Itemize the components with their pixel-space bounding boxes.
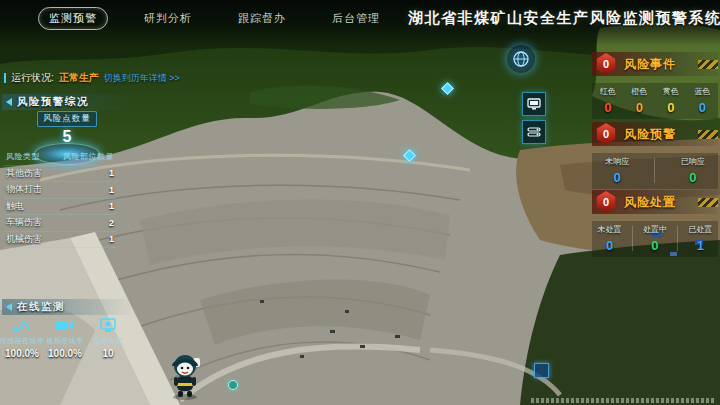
section-arrow-icon xyxy=(6,98,12,106)
legend-red: 红色 0 xyxy=(595,86,621,115)
panel-title: 风险事件 xyxy=(624,56,676,73)
legend-label: 蓝色 xyxy=(694,86,710,97)
status-detail-link[interactable]: 切换到历年详情 >> xyxy=(104,72,180,85)
panel-titlebar[interactable]: 0 风险处置 xyxy=(592,190,718,214)
legend-value: 0 xyxy=(636,100,643,115)
globe-compass-button[interactable] xyxy=(507,45,535,73)
legend-blue: 蓝色 0 xyxy=(689,86,715,115)
nav-tabs: 监测预警 研判分析 跟踪督办 后台管理 xyxy=(38,7,390,30)
stat-value: 100.0% xyxy=(5,348,39,359)
legend-label: 处置中 xyxy=(643,224,667,235)
stat-video-online[interactable]: 视频在线率 100.0% xyxy=(45,316,85,359)
panel-legend: 未处置 0 处置中 0 已处置 1 xyxy=(592,221,718,257)
beacon-label: 风险点数量 xyxy=(37,111,97,127)
hazard-stripe-decoration xyxy=(698,198,718,207)
panel-risk-events: 0 风险事件 红色 0 橙色 0 黄色 0 蓝色 0 xyxy=(592,52,718,119)
legend-divider xyxy=(677,226,678,251)
table-row[interactable]: 车辆伤害 2 xyxy=(4,215,116,232)
risk-type: 机械伤害 xyxy=(6,233,42,246)
legend-value: 0 xyxy=(614,170,621,185)
panel-title: 风险处置 xyxy=(624,194,676,211)
stat-label: 视频在线率 xyxy=(46,336,84,346)
safety-mascot[interactable] xyxy=(166,350,204,400)
legend-value: 0 xyxy=(604,100,611,115)
hexagon-badge: 0 xyxy=(596,123,616,145)
legend-disposing: 处置中 0 xyxy=(642,224,668,253)
mine-monitoring-dashboard: 监测预警 研判分析 跟踪督办 后台管理 湖北省非煤矿山安全生产风险监测预警系统 … xyxy=(0,0,720,405)
tab-tracking[interactable]: 跟踪督办 xyxy=(228,8,296,29)
sensor-icon xyxy=(11,316,33,334)
legend-value: 0 xyxy=(667,100,674,115)
legend-label: 未处置 xyxy=(598,224,622,235)
panel-legend: 红色 0 橙色 0 黄色 0 蓝色 0 xyxy=(592,83,718,119)
section-title: 在线监测 xyxy=(17,300,65,314)
panel-risk-disposal: 0 风险处置 未处置 0 处置中 0 已处置 1 xyxy=(592,190,718,257)
table-header-row: 风险类型 风险部位数量 xyxy=(4,149,116,166)
legend-disposed: 已处置 1 xyxy=(687,224,713,253)
table-row[interactable]: 触电 1 xyxy=(4,199,116,216)
map-mini-button[interactable] xyxy=(534,363,549,378)
video-wall-tool-button[interactable] xyxy=(522,92,546,116)
stat-monitor-points[interactable]: 监测点数 10 xyxy=(88,316,128,359)
legend-value: 0 xyxy=(651,238,658,253)
device-icon xyxy=(97,316,119,334)
risk-type-table: 风险类型 风险部位数量 其他伤害 1 物体打击 1 触电 1 车辆伤害 2 机械… xyxy=(4,149,116,248)
hazard-stripe-decoration xyxy=(698,60,718,69)
map-attribution-strip xyxy=(531,398,716,403)
section-online-monitoring: 在线监测 xyxy=(2,299,134,315)
legend-label: 黄色 xyxy=(663,86,679,97)
camera-icon xyxy=(54,316,76,334)
panel-titlebar[interactable]: 0 风险事件 xyxy=(592,52,718,76)
run-status-line: 运行状况: 正常生产 切换到历年详情 >> xyxy=(4,71,180,85)
table-row[interactable]: 其他伤害 1 xyxy=(4,166,116,183)
table-row[interactable]: 物体打击 1 xyxy=(4,182,116,199)
beacon-value: 5 xyxy=(28,128,106,146)
layers-tool-button[interactable] xyxy=(522,120,546,144)
legend-unresponded: 未响应 0 xyxy=(604,156,630,185)
legend-divider xyxy=(654,158,655,183)
hexagon-badge: 0 xyxy=(596,191,616,213)
tab-analysis[interactable]: 研判分析 xyxy=(134,8,202,29)
legend-label: 已响应 xyxy=(681,156,705,167)
risk-count: 2 xyxy=(109,218,114,228)
table-row[interactable]: 机械伤害 1 xyxy=(4,232,116,249)
stat-sensor-online[interactable]: 传感器在线率 100.0% xyxy=(2,316,42,359)
legend-label: 已处置 xyxy=(688,224,712,235)
risk-type: 车辆伤害 xyxy=(6,216,42,229)
tab-monitor-warning[interactable]: 监测预警 xyxy=(38,7,108,30)
map-sensor-dot[interactable] xyxy=(228,380,238,390)
stat-label: 监测点数 xyxy=(93,336,123,346)
video-wall-icon xyxy=(527,98,541,110)
globe-icon xyxy=(512,50,530,68)
legend-label: 橙色 xyxy=(631,86,647,97)
legend-yellow: 黄色 0 xyxy=(658,86,684,115)
panel-titlebar[interactable]: 0 风险预警 xyxy=(592,122,718,146)
tab-admin[interactable]: 后台管理 xyxy=(322,8,390,29)
panel-risk-warnings: 0 风险预警 未响应 0 已响应 0 xyxy=(592,122,718,189)
legend-orange: 橙色 0 xyxy=(626,86,652,115)
legend-value: 0 xyxy=(606,238,613,253)
stat-value: 10 xyxy=(102,348,113,359)
legend-undisposed: 未处置 0 xyxy=(597,224,623,253)
risk-count: 1 xyxy=(109,234,114,244)
risk-count: 1 xyxy=(109,185,114,195)
hexagon-badge: 0 xyxy=(596,53,616,75)
monitoring-stats: 传感器在线率 100.0% 视频在线率 100.0% 监测点数 10 xyxy=(2,316,128,359)
legend-divider xyxy=(632,226,633,251)
stat-value: 100.0% xyxy=(48,348,82,359)
page-title: 湖北省非煤矿山安全生产风险监测预警系统 xyxy=(408,9,720,28)
panel-legend: 未响应 0 已响应 0 xyxy=(592,153,718,189)
section-arrow-icon xyxy=(6,303,12,311)
panel-title: 风险预警 xyxy=(624,126,676,143)
legend-value: 0 xyxy=(689,170,696,185)
hazard-stripe-decoration xyxy=(698,130,718,139)
layers-icon xyxy=(527,126,541,138)
risk-count: 1 xyxy=(109,168,114,178)
legend-responded: 已响应 0 xyxy=(680,156,706,185)
risk-type: 触电 xyxy=(6,200,24,213)
legend-label: 红色 xyxy=(600,86,616,97)
stat-label: 传感器在线率 xyxy=(0,336,45,346)
header-bar: 监测预警 研判分析 跟踪督办 后台管理 湖北省非煤矿山安全生产风险监测预警系统 … xyxy=(0,0,720,36)
status-value: 正常生产 xyxy=(59,71,99,85)
status-tick xyxy=(4,73,6,83)
